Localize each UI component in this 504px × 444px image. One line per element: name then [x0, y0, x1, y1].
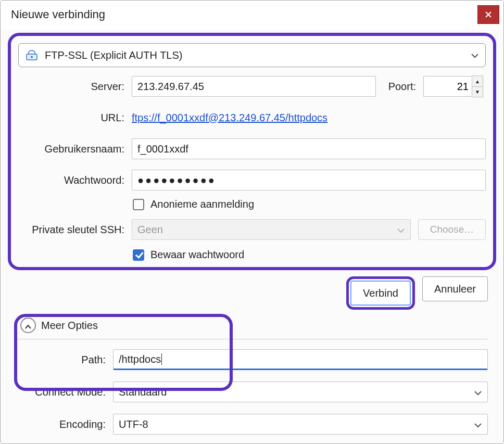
password-input[interactable]: ●●●●●●●●●● — [132, 170, 486, 191]
save-password-checkbox[interactable] — [133, 249, 144, 261]
ftp-ssl-icon — [25, 49, 39, 61]
encoding-label: Encoding: — [16, 418, 106, 430]
close-icon — [485, 9, 492, 20]
server-input[interactable] — [132, 76, 376, 97]
server-label: Server: — [18, 81, 124, 93]
chevron-up-icon — [25, 320, 31, 332]
connect-mode-label: Connect Mode: — [16, 386, 106, 398]
url-label: URL: — [18, 112, 124, 124]
ssh-key-select: Geen — [132, 219, 411, 240]
port-stepper[interactable]: ▲ ▼ — [423, 75, 486, 97]
port-step-up[interactable]: ▲ — [472, 76, 483, 86]
port-label: Poort: — [388, 81, 416, 93]
connect-mode-select[interactable]: Standaard — [113, 382, 488, 402]
ssh-key-label: Private sleutel SSH: — [18, 224, 124, 236]
save-password-label: Bewaar wachtwoord — [150, 249, 244, 261]
anon-login-checkbox[interactable] — [133, 199, 144, 210]
divider — [16, 339, 488, 339]
window-title: Nieuwe verbinding — [11, 8, 105, 21]
chevron-down-icon — [474, 386, 482, 398]
more-options-header: Meer Opties — [41, 320, 98, 332]
new-connection-dialog: Nieuwe verbinding FTP-SSL (Explicit AUTH… — [0, 0, 504, 444]
chevron-down-icon — [474, 418, 482, 430]
connection-settings-group: FTP-SSL (Explicit AUTH TLS) Server: Poor… — [8, 33, 496, 270]
path-label: Path: — [16, 354, 106, 366]
path-input[interactable]: /httpdocs — [113, 349, 488, 370]
close-button[interactable] — [477, 5, 499, 24]
protocol-selected-label: FTP-SSL (Explicit AUTH TLS) — [45, 49, 464, 61]
titlebar: Nieuwe verbinding — [1, 1, 503, 29]
collapse-more-options-button[interactable] — [20, 318, 36, 333]
svg-point-1 — [31, 56, 33, 58]
port-step-down[interactable]: ▼ — [472, 86, 483, 97]
password-label: Wachtwoord: — [18, 174, 124, 186]
url-link[interactable]: ftps://f_0001xxdf@213.249.67.45/httpdocs — [132, 112, 327, 124]
port-input[interactable] — [423, 76, 472, 97]
anon-login-label: Anonieme aanmelding — [150, 198, 254, 210]
connect-button[interactable]: Verbind — [350, 281, 411, 306]
cancel-button[interactable]: Annuleer — [422, 276, 488, 301]
username-input[interactable] — [132, 138, 486, 159]
chevron-down-icon — [471, 50, 479, 61]
protocol-select[interactable]: FTP-SSL (Explicit AUTH TLS) — [18, 43, 486, 67]
connect-button-highlight: Verbind — [346, 276, 415, 310]
encoding-select[interactable]: UTF-8 — [113, 414, 488, 435]
chevron-down-icon — [397, 224, 405, 236]
choose-key-button: Choose… — [418, 219, 486, 240]
username-label: Gebruikersnaam: — [18, 143, 124, 155]
